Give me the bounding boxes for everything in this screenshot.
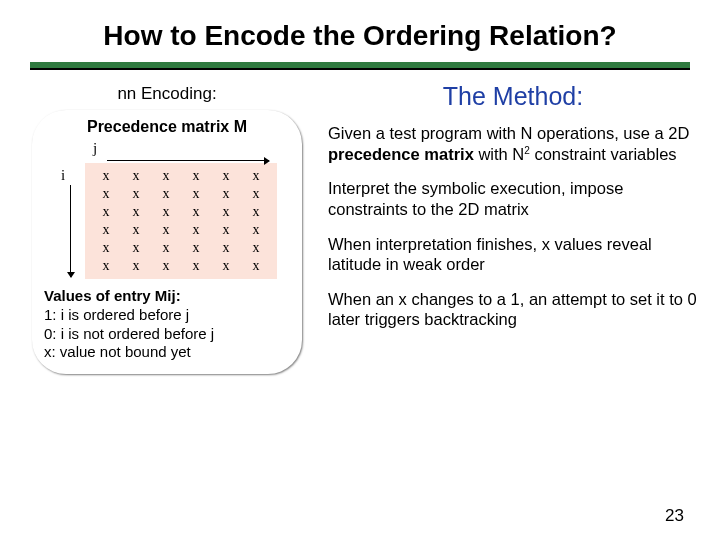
matrix-cell: x bbox=[218, 221, 234, 239]
matrix-cell: x bbox=[188, 203, 204, 221]
matrix-cell: x bbox=[158, 185, 174, 203]
bubble: Precedence matrix M j i xxxxxxxxxxxxxxxx… bbox=[32, 110, 302, 374]
matrix-cell: x bbox=[248, 203, 264, 221]
matrix-cell: x bbox=[188, 167, 204, 185]
values-line-x: x: value not bound yet bbox=[44, 343, 290, 362]
matrix-cell: x bbox=[158, 203, 174, 221]
slide-title: How to Encode the Ordering Relation? bbox=[0, 0, 720, 58]
matrix-cell: x bbox=[218, 203, 234, 221]
matrix-row: xxxxxx bbox=[91, 221, 271, 239]
matrix-cell: x bbox=[98, 239, 114, 257]
encoding-label: nn Encoding: bbox=[22, 84, 312, 104]
values-line-0: 0: i is not ordered before j bbox=[44, 325, 290, 344]
i-axis: i bbox=[57, 163, 85, 279]
matrix-cell: x bbox=[128, 257, 144, 275]
matrix-row: xxxxxx bbox=[91, 167, 271, 185]
matrix-cell: x bbox=[248, 239, 264, 257]
p1-text-a: Given a test program with N operations, … bbox=[328, 124, 689, 142]
matrix-row: xxxxxx bbox=[91, 185, 271, 203]
matrix-cell: x bbox=[128, 167, 144, 185]
matrix-body: xxxxxxxxxxxxxxxxxxxxxxxxxxxxxxxxxxxx bbox=[85, 163, 277, 279]
right-column: The Method: Given a test program with N … bbox=[322, 78, 698, 344]
j-axis-label: j bbox=[93, 140, 277, 157]
method-heading: The Method: bbox=[328, 82, 698, 111]
method-paragraph-4: When an x changes to a 1, an attempt to … bbox=[328, 289, 698, 330]
matrix-header: Precedence matrix M bbox=[44, 118, 290, 136]
matrix-cell: x bbox=[188, 221, 204, 239]
matrix-cell: x bbox=[98, 221, 114, 239]
matrix-cell: x bbox=[128, 203, 144, 221]
matrix-row: xxxxxx bbox=[91, 203, 271, 221]
matrix-cell: x bbox=[158, 239, 174, 257]
right-arrow-icon bbox=[107, 160, 269, 161]
page-number: 23 bbox=[665, 506, 684, 526]
content-area: nn Encoding: Precedence matrix M j i xxx… bbox=[0, 70, 720, 374]
matrix-cell: x bbox=[188, 185, 204, 203]
values-header: Values of entry Mij: bbox=[44, 287, 290, 306]
matrix-cell: x bbox=[248, 221, 264, 239]
left-column: nn Encoding: Precedence matrix M j i xxx… bbox=[22, 78, 322, 374]
matrix-cell: x bbox=[98, 185, 114, 203]
j-axis-arrow bbox=[107, 157, 269, 163]
matrix-cell: x bbox=[218, 185, 234, 203]
matrix-cell: x bbox=[98, 257, 114, 275]
title-underline bbox=[30, 62, 690, 70]
method-paragraph-1: Given a test program with N operations, … bbox=[328, 123, 698, 164]
matrix-cell: x bbox=[128, 185, 144, 203]
matrix-cell: x bbox=[248, 167, 264, 185]
matrix-row: xxxxxx bbox=[91, 257, 271, 275]
matrix-cell: x bbox=[128, 239, 144, 257]
p1-text-c: with N bbox=[474, 145, 524, 163]
i-axis-label: i bbox=[61, 167, 85, 184]
matrix-cell: x bbox=[218, 257, 234, 275]
matrix-cell: x bbox=[158, 221, 174, 239]
matrix-cell: x bbox=[248, 185, 264, 203]
slide: How to Encode the Ordering Relation? nn … bbox=[0, 0, 720, 540]
matrix-row: xxxxxx bbox=[91, 239, 271, 257]
values-line-1: 1: i is ordered before j bbox=[44, 306, 290, 325]
matrix-cell: x bbox=[218, 239, 234, 257]
method-paragraph-3: When interpretation finishes, x values r… bbox=[328, 234, 698, 275]
matrix-cell: x bbox=[248, 257, 264, 275]
p1-bold: precedence matrix bbox=[328, 145, 474, 163]
matrix-cell: x bbox=[128, 221, 144, 239]
values-legend: Values of entry Mij: 1: i is ordered bef… bbox=[44, 287, 290, 362]
matrix-cell: x bbox=[158, 167, 174, 185]
matrix-cell: x bbox=[98, 167, 114, 185]
matrix: j i xxxxxxxxxxxxxxxxxxxxxxxxxxxxxxxxxxxx bbox=[57, 140, 277, 279]
matrix-cell: x bbox=[158, 257, 174, 275]
matrix-cell: x bbox=[188, 239, 204, 257]
method-paragraph-2: Interpret the symbolic execution, impose… bbox=[328, 178, 698, 219]
matrix-cell: x bbox=[218, 167, 234, 185]
matrix-cell: x bbox=[188, 257, 204, 275]
down-arrow-icon bbox=[70, 185, 71, 277]
matrix-cell: x bbox=[98, 203, 114, 221]
p1-text-d: constraint variables bbox=[530, 145, 677, 163]
